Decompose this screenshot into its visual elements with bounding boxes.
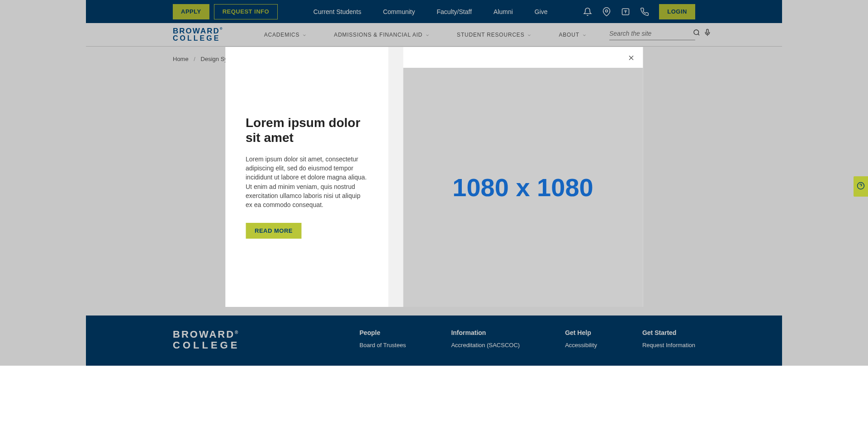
modal-text-panel: Lorem ipsum dolor sit amet Lorem ipsum d…	[225, 47, 388, 307]
close-icon	[627, 54, 635, 64]
promo-modal: Lorem ipsum dolor sit amet Lorem ipsum d…	[225, 47, 643, 307]
modal-divider	[388, 47, 403, 307]
help-icon	[857, 182, 865, 192]
help-side-tab[interactable]	[854, 176, 868, 197]
placeholder-dimensions: 1080 x 1080	[452, 173, 593, 202]
modal-close-button[interactable]	[626, 53, 636, 64]
modal-body-text: Lorem ipsum dolor sit amet, consectetur …	[246, 155, 368, 210]
modal-image-placeholder: 1080 x 1080	[403, 68, 643, 307]
read-more-button[interactable]: READ MORE	[246, 223, 302, 239]
modal-title: Lorem ipsum dolor sit amet	[246, 115, 368, 146]
